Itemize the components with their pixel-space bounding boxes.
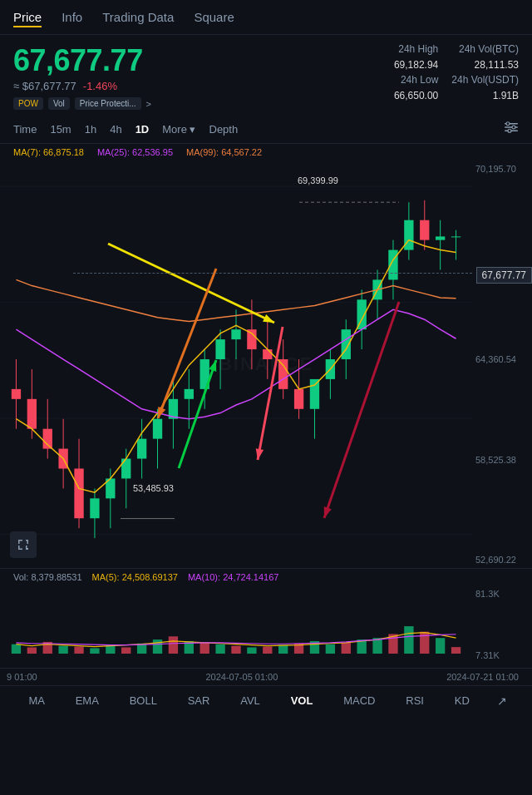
ma-line: MA(7): 66,875.18 MA(25): 62,536.95 MA(99… [0,144,532,160]
vol-high-label: 81.3K [475,589,529,599]
ma7-label: MA(7): 66,875.18 [13,147,84,157]
volume-section: Vol: 8,379.88531 MA(5): 24,508.69137 MA(… [0,568,532,668]
toolbar-15m[interactable]: 15m [50,123,71,136]
tag-vol[interactable]: Vol [48,97,70,110]
low-val: 66,650.00 [372,90,439,101]
ma25-val: 62,536.95 [132,147,173,157]
vol-usdt-label: 24h Vol(USDT) [451,74,519,86]
svg-point-3 [506,122,510,126]
ind-macd[interactable]: MACD [340,693,378,709]
toolbar-settings-icon[interactable] [504,120,519,138]
indicator-bar: MA EMA BOLL SAR AVL VOL MACD RSI KD ↗ [0,685,532,715]
vol-val: 8,379.88531 [31,572,81,582]
tag-pow[interactable]: POW [13,97,43,110]
toolbar-depth[interactable]: Depth [209,123,239,136]
ma7-val: 66,875.18 [43,147,84,157]
ind-kd[interactable]: KD [451,693,473,709]
nav-info[interactable]: Info [62,7,82,27]
price-change: -1.46% [83,80,117,92]
chart-high-annotation: 69,399.99 [298,175,338,185]
price-labels: 70,195.70 64,360.54 58,525.38 52,690.22 [472,160,532,568]
price-right: 24h High 24h Vol(BTC) 69,182.94 28,111.5… [372,43,519,101]
price-section: 67,677.77 ≈ $67,677.77 -1.46% POW Vol Pr… [0,35,532,115]
vol-ma5-val: 24,508.69137 [122,572,178,582]
vol-ma5: MA(5): 24,508.69137 [92,572,178,582]
price-usd-row: ≈ $67,677.77 -1.46% [13,80,372,92]
ind-avl[interactable]: AVL [237,693,264,709]
chart-low-annotation: 53,485.93 [133,483,174,493]
ind-sar[interactable]: SAR [185,693,214,709]
vol-ma10: MA(10): 24,724.14167 [188,572,278,582]
price-label-2: 64,360.54 [475,354,529,364]
volume-chart-canvas [0,587,472,662]
high-label: 24h High [372,43,439,55]
chart-toolbar: Time 15m 1h 4h 1D More ▾ Depth [0,115,532,144]
time-3: 2024-07-21 01:00 [446,672,519,682]
ind-boll[interactable]: BOLL [126,693,160,709]
ma25-label: MA(25): 62,536.95 [97,147,173,157]
vol-btc-val: 28,111.53 [451,59,519,71]
svg-point-4 [512,126,515,129]
current-price-label: 67,677.77 [476,267,532,284]
ma99-label: MA(99): 64,567.22 [186,147,262,157]
vol-usdt-val: 1.91B [451,90,519,101]
tag-protection[interactable]: Price Protecti... [75,97,141,110]
time-2: 2024-07-05 01:00 [205,672,278,682]
svg-point-5 [508,129,511,132]
expand-button[interactable] [10,531,37,558]
ma99-val: 64,567.22 [221,147,262,157]
price-usd: ≈ $67,677.77 [13,80,76,92]
price-label-3: 58,525.38 [475,455,529,465]
time-1: 9 01:00 [7,672,37,682]
nav-square[interactable]: Square [194,7,234,27]
ind-vol[interactable]: VOL [288,693,317,709]
vol-ma10-val: 24,724.14167 [223,572,278,582]
nav-price[interactable]: Price [13,7,42,27]
ind-ema[interactable]: EMA [72,693,102,709]
volume-ma-line: Vol: 8,379.88531 MA(5): 24,508.69137 MA(… [0,569,532,585]
price-left: 67,677.77 ≈ $67,677.77 -1.46% POW Vol Pr… [13,43,372,110]
price-label-4: 52,690.22 [475,555,529,565]
top-nav: Price Info Trading Data Square [0,0,532,35]
indicator-expand-icon[interactable]: ↗ [497,694,507,708]
price-label-top: 70,195.70 [475,164,529,174]
toolbar-1d[interactable]: 1D [135,123,150,136]
main-chart-canvas [0,160,472,568]
price-tags: POW Vol Price Protecti... > [13,97,372,110]
nav-trading-data[interactable]: Trading Data [102,7,174,27]
vol-price-labels: 81.3K 7.31K [472,587,532,662]
vol-low-label: 7.31K [475,650,529,660]
toolbar-4h[interactable]: 4h [110,123,121,136]
price-main: 67,677.77 [13,43,372,78]
vol-btc-label: 24h Vol(BTC) [451,43,519,55]
vol-label: Vol: 8,379.88531 [13,572,82,582]
toolbar-more[interactable]: More ▾ [162,123,195,136]
toolbar-time[interactable]: Time [13,123,37,136]
high-val: 69,182.94 [372,59,439,71]
low-label: 24h Low [372,74,439,86]
chart-area: BINANCE 70,195.70 64,360.54 58,525.38 52… [0,160,532,568]
ind-ma[interactable]: MA [25,693,48,709]
tag-more[interactable]: > [146,99,151,109]
ind-rsi[interactable]: RSI [402,693,427,709]
toolbar-1h[interactable]: 1h [85,123,96,136]
dashed-price-line [73,273,472,274]
time-axis: 9 01:00 2024-07-05 01:00 2024-07-21 01:0… [0,668,532,685]
